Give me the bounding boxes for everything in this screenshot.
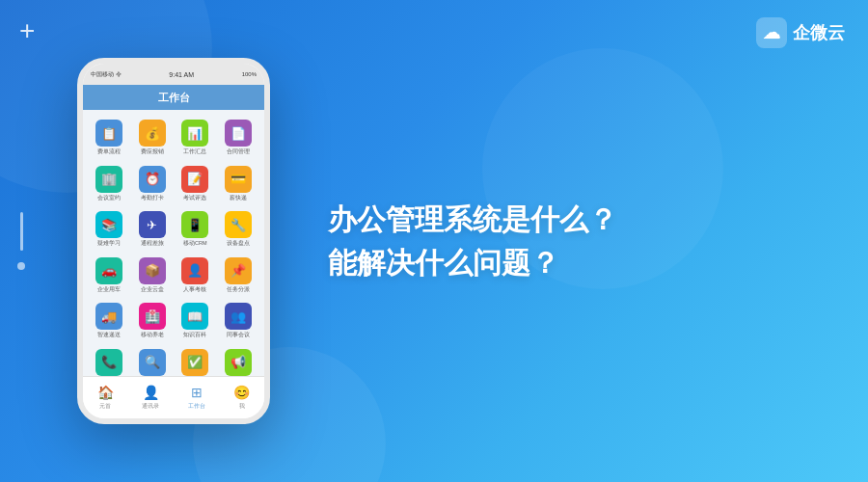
app-label: 任务分派 — [227, 286, 250, 293]
nav-item[interactable]: ⊞工作台 — [188, 385, 205, 411]
app-label: 移动养老 — [141, 332, 164, 338]
app-icon: 👥 — [225, 303, 252, 330]
app-icon: 📢 — [225, 349, 252, 376]
app-icon: 🚚 — [95, 303, 122, 330]
phone-battery: 100% — [242, 71, 257, 77]
app-item: 🔧设备盘点 — [218, 207, 258, 251]
nav-label: 元首 — [99, 402, 111, 411]
phone-title: 工作台 — [158, 91, 190, 105]
phone-body: 📋费单流程💰费应报销📊工作汇总📄合同管理🏢会议室约⏰考勤打卡📝考试评选💳薪快递📚… — [83, 110, 264, 376]
app-item: 📞通讯录 — [89, 345, 129, 376]
app-label: 会议室约 — [97, 195, 121, 201]
app-icon: 📊 — [181, 120, 208, 147]
app-item: 👤人事考核 — [176, 254, 216, 297]
nav-icon: 😊 — [233, 385, 250, 400]
nav-item[interactable]: 🏠元首 — [97, 385, 114, 411]
app-grid: 📋费单流程💰费应报销📊工作汇总📄合同管理🏢会议室约⏰考勤打卡📝考试评选💳薪快递📚… — [87, 114, 260, 376]
app-label: 合同管理 — [227, 148, 250, 155]
app-label: 同事会议 — [227, 332, 250, 338]
app-icon: 🔍 — [139, 349, 166, 376]
app-icon: ✅ — [181, 349, 208, 376]
phone-time: 9:41 AM — [169, 71, 194, 78]
app-item: 📝考试评选 — [176, 162, 216, 205]
app-icon: 📦 — [139, 257, 166, 284]
app-item: 💳薪快递 — [218, 162, 258, 205]
app-label: 知识百科 — [183, 332, 206, 338]
app-label: 企业用车 — [97, 286, 121, 293]
app-icon: 📱 — [181, 211, 208, 238]
phone-mockup: 中国移动 令 9:41 AM 100% 工作台 📋费单流程💰费应报销📊工作汇总📄… — [77, 58, 270, 424]
title-line-2: 能解决什么问题？ — [328, 241, 829, 284]
app-label: 设备盘点 — [227, 240, 250, 247]
app-icon: ✈ — [139, 211, 166, 238]
app-item: 📌任务分派 — [218, 254, 258, 297]
app-label: 费应报销 — [141, 148, 164, 155]
app-label: 工作汇总 — [183, 148, 206, 155]
app-item: 🚚智速递送 — [89, 299, 129, 342]
app-item: 📋费单流程 — [89, 116, 129, 159]
app-label: 移动CRM — [183, 240, 207, 247]
app-item: 📄合同管理 — [218, 116, 258, 159]
app-label: 疑难学习 — [97, 240, 121, 247]
phone-container: 中国移动 令 9:41 AM 100% 工作台 📋费单流程💰费应报销📊工作汇总📄… — [77, 58, 270, 424]
app-label: 智速递送 — [97, 332, 121, 338]
app-icon: 📞 — [95, 349, 122, 376]
app-icon: 🚗 — [95, 257, 122, 284]
app-icon: 📄 — [225, 120, 252, 147]
app-icon: 🏥 — [139, 303, 166, 330]
app-icon: 📌 — [225, 257, 252, 284]
nav-icon: 🏠 — [97, 385, 114, 400]
app-item: 📊工作汇总 — [176, 116, 216, 159]
title-line-1: 办公管理系统是什么？ — [328, 198, 829, 241]
app-icon: 📖 — [181, 303, 208, 330]
nav-item[interactable]: 😊我 — [233, 385, 250, 411]
app-item: 🏢会议室约 — [89, 162, 129, 205]
app-label: 企业云盒 — [141, 286, 164, 293]
app-icon: ⏰ — [139, 166, 166, 193]
nav-label: 我 — [239, 402, 245, 411]
nav-label: 通讯录 — [142, 402, 159, 411]
app-label: 人事考核 — [183, 286, 206, 293]
main-title: 办公管理系统是什么？ 能解决什么问题？ — [328, 198, 829, 284]
app-label: 考试评选 — [183, 195, 206, 201]
phone-carrier: 中国移动 令 — [91, 70, 122, 79]
nav-item[interactable]: 👤通讯录 — [142, 385, 159, 411]
app-label: 费单流程 — [97, 148, 121, 155]
nav-icon: ⊞ — [191, 385, 203, 400]
app-label: 考勤打卡 — [141, 195, 164, 201]
app-item: 👥同事会议 — [218, 299, 258, 342]
app-label: 薪快递 — [230, 195, 247, 201]
app-item: 📚疑难学习 — [89, 207, 129, 251]
app-icon: 📚 — [95, 211, 122, 238]
app-label: 通程差旅 — [141, 240, 164, 247]
app-item: 🏥移动养老 — [132, 299, 173, 342]
app-item: 💰费应报销 — [132, 116, 173, 159]
app-icon: 📋 — [95, 120, 122, 147]
app-icon: 👤 — [181, 257, 208, 284]
app-item: ✅我的协办 — [176, 345, 216, 376]
phone-nav: 🏠元首👤通讯录⊞工作台😊我 — [83, 376, 264, 418]
app-item: 📱移动CRM — [176, 207, 216, 251]
phone-status-bar: 中国移动 令 9:41 AM 100% — [83, 64, 264, 85]
app-item: ⏰考勤打卡 — [132, 162, 173, 205]
main-content: 中国移动 令 9:41 AM 100% 工作台 📋费单流程💰费应报销📊工作汇总📄… — [0, 0, 868, 482]
app-item: 🚗企业用车 — [89, 254, 129, 297]
phone-title-bar: 工作台 — [83, 85, 264, 110]
app-item: 📦企业云盒 — [132, 254, 173, 297]
app-icon: 📝 — [181, 166, 208, 193]
app-icon: 🏢 — [95, 166, 122, 193]
app-item: 📖知识百科 — [176, 299, 216, 342]
text-content: 办公管理系统是什么？ 能解决什么问题？ — [309, 198, 829, 284]
app-item: 🔍风电搜索 — [132, 345, 173, 376]
app-item: 📢黑板公告 — [218, 345, 258, 376]
app-icon: 💰 — [139, 120, 166, 147]
app-item: ✈通程差旅 — [132, 207, 173, 251]
app-icon: 💳 — [225, 166, 252, 193]
nav-icon: 👤 — [143, 385, 159, 400]
nav-label: 工作台 — [188, 402, 205, 411]
app-icon: 🔧 — [225, 211, 252, 238]
